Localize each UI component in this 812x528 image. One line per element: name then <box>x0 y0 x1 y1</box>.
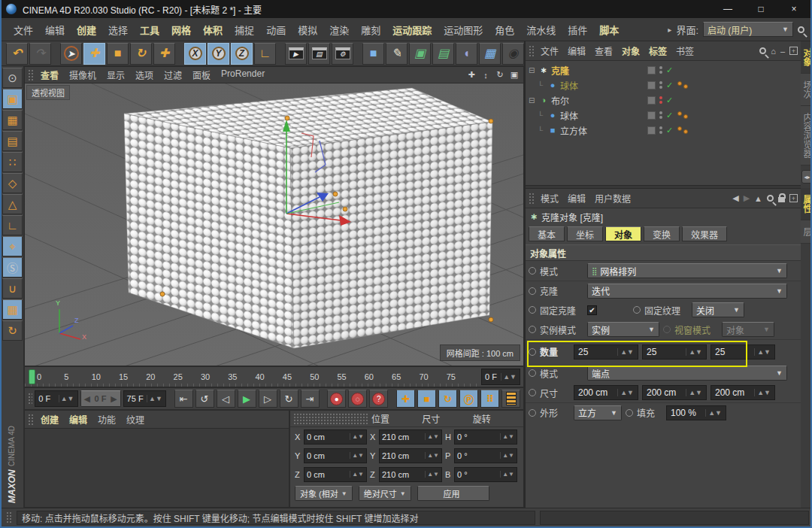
menu-item[interactable]: 捕捉 <box>229 20 260 39</box>
object-manager-menu-item[interactable]: 编辑 <box>563 43 590 59</box>
scale-tool-button[interactable]: ■ <box>107 43 129 65</box>
menu-item[interactable]: 运动图形 <box>438 20 489 39</box>
spline-pen-button[interactable]: ✎ <box>386 43 408 65</box>
panel-grip-icon[interactable] <box>529 193 535 205</box>
spinner-icon[interactable]: ▲▼ <box>59 395 74 402</box>
add-cube-button[interactable]: ■ <box>362 43 384 65</box>
previous-frame-button[interactable]: ◁ <box>217 390 235 408</box>
x-axis-lock-button[interactable]: X <box>184 43 206 65</box>
search-icon[interactable] <box>767 195 774 202</box>
panel-tab[interactable]: 场次 <box>801 74 812 106</box>
toolbar-button[interactable] <box>355 43 361 65</box>
minimize-button[interactable]: — <box>711 0 744 18</box>
interface-select[interactable]: 启动 (用户) ▼ <box>703 22 793 37</box>
panel-tab[interactable]: 内容浏览器 <box>801 106 812 165</box>
viewport-menu-item[interactable]: 显示 <box>102 67 130 83</box>
object-row[interactable]: ⊟ ⊟ ∗ 克隆 ✓ <box>526 62 801 77</box>
object-relative-button[interactable]: 对象 (相对▼ <box>295 486 353 501</box>
fill-field[interactable]: 100 %▲▼ <box>666 405 726 420</box>
enable-check-icon[interactable]: ✓ <box>666 80 673 90</box>
absolute-size-button[interactable]: 绝对尺寸▼ <box>359 486 411 501</box>
instance-mode-select[interactable]: 实例 ▼ <box>587 322 659 337</box>
layer-swatch[interactable] <box>647 96 656 105</box>
camera-button[interactable]: ◉ <box>502 43 524 65</box>
object-manager-menu-item[interactable]: 标签 <box>644 43 671 59</box>
menu-item[interactable]: 模拟 <box>292 20 323 39</box>
record-keyframe-button[interactable]: ● <box>327 390 346 408</box>
anim-dot-icon[interactable] <box>529 369 536 377</box>
toolbar-button[interactable] <box>277 43 283 65</box>
layer-swatch[interactable] <box>647 66 656 74</box>
anim-dot-icon[interactable] <box>529 267 536 275</box>
object-manager-menu-item[interactable]: 对象 <box>617 43 644 59</box>
shape-select[interactable]: 立方 ▼ <box>574 405 622 420</box>
loop-button[interactable]: ↻ <box>280 390 298 408</box>
viewport-canvas[interactable] <box>25 83 523 366</box>
panel-grip-icon[interactable] <box>28 69 34 81</box>
render-view-button[interactable]: ▶ <box>285 43 307 65</box>
playhead[interactable] <box>29 369 35 384</box>
panel-grip-icon[interactable] <box>28 414 34 426</box>
panel-resize-button[interactable]: ◂▸ <box>801 170 812 184</box>
key-scale-button[interactable]: ■ <box>417 390 436 408</box>
object-row[interactable]: └ └ ● 球体 ✓ <box>526 77 801 93</box>
panel-tab[interactable]: 层 <box>801 220 812 244</box>
size-field[interactable]: 210 cm▲▼ <box>379 467 442 482</box>
next-frame-button[interactable]: ▷ <box>259 390 277 408</box>
size-field[interactable]: 210 cm▲▼ <box>379 448 442 463</box>
menu-item[interactable]: 体积 <box>197 20 229 39</box>
key-parameter-button[interactable]: Ⓟ <box>459 390 478 408</box>
attribute-tab[interactable]: 变换 <box>644 226 680 241</box>
expander-icon[interactable]: ⊟ <box>529 96 536 105</box>
menu-item[interactable]: 运动跟踪 <box>386 20 438 39</box>
toolbar-button[interactable] <box>53 43 59 65</box>
anim-dot-icon[interactable] <box>529 389 536 396</box>
clone-sphere-cube[interactable] <box>124 88 492 348</box>
visibility-dots[interactable] <box>659 126 662 134</box>
deformer-button[interactable]: ◖ <box>456 43 477 65</box>
menu-item[interactable]: 选择 <box>102 20 134 39</box>
object-row[interactable]: ⊟ ⊟ ◑ 布尔 ✓ <box>526 93 801 108</box>
key-position-button[interactable]: ✚ <box>396 390 415 408</box>
rotation-field[interactable]: 0 °▲▼ <box>454 467 517 482</box>
last-tool-button[interactable]: ✚ <box>153 43 175 65</box>
size-x-field[interactable]: 200 cm▲▼ <box>574 385 638 400</box>
spinner-icon[interactable]: ▲▼ <box>501 373 517 381</box>
menu-item[interactable]: 网格 <box>165 20 197 39</box>
tag-icons[interactable] <box>677 111 688 119</box>
object-name[interactable]: 球体 <box>560 109 578 122</box>
material-menu-item[interactable]: 纹理 <box>121 411 150 427</box>
goto-end-button[interactable]: ⇥ <box>301 390 320 408</box>
panel-grip-icon[interactable] <box>529 45 535 57</box>
search-icon[interactable] <box>798 26 804 33</box>
enable-check-icon[interactable]: ✓ <box>666 65 673 75</box>
current-frame-field[interactable]: 0 F▲▼ <box>481 369 520 385</box>
environment-button[interactable]: ▦ <box>479 43 501 65</box>
nav-forward-icon[interactable]: ▶ <box>744 193 750 203</box>
attribute-tab[interactable]: 基本 <box>529 226 565 241</box>
enable-check-icon[interactable]: ✓ <box>666 111 673 120</box>
menu-item[interactable]: 创建 <box>71 20 102 39</box>
rotation-field[interactable]: 0 °▲▼ <box>454 448 517 463</box>
pan-view-icon[interactable]: ✚ <box>465 69 477 81</box>
layer-swatch[interactable] <box>647 111 656 120</box>
anim-dot-icon[interactable] <box>626 409 633 417</box>
search-icon[interactable] <box>759 47 766 54</box>
size-z-field[interactable]: 200 cm▲▼ <box>710 385 775 400</box>
generator-button[interactable]: ▤ <box>432 43 454 65</box>
count-x-field[interactable]: 25▲▼ <box>574 344 638 360</box>
polygons-mode-button[interactable]: △ <box>2 194 23 214</box>
menu-item[interactable]: 插件 <box>562 20 593 39</box>
nav-back-icon[interactable]: ◀ <box>732 193 738 203</box>
add-panel-icon[interactable]: + <box>789 194 798 202</box>
subdivision-surface-button[interactable]: ▣ <box>409 43 431 65</box>
edges-mode-button[interactable]: ◇ <box>2 173 23 193</box>
position-field[interactable]: 0 cm▲▼ <box>304 467 367 482</box>
anim-dot-icon[interactable] <box>529 326 536 333</box>
clone-select[interactable]: 迭代 ▼ <box>587 284 787 299</box>
axis-mode-button[interactable]: ∟ <box>2 215 23 235</box>
layer-swatch[interactable] <box>647 81 656 90</box>
menu-item[interactable]: 工具 <box>134 20 165 39</box>
move-tool-button[interactable]: ✚ <box>83 43 105 65</box>
menu-item[interactable]: 动画 <box>260 20 292 39</box>
